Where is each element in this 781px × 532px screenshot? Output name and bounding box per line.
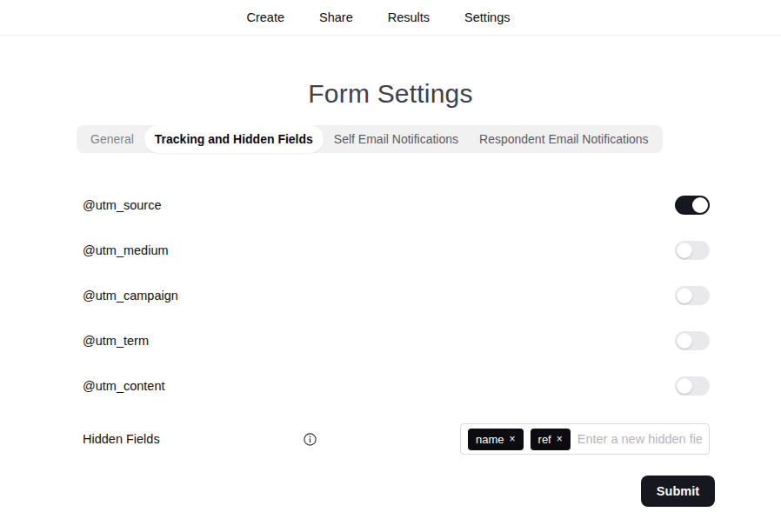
toggle-row-utm-medium: @utm_medium	[77, 228, 715, 273]
utm-term-toggle[interactable]	[675, 331, 710, 350]
tab-self-email-notifications[interactable]: Self Email Notifications	[324, 125, 469, 153]
toggle-knob	[677, 288, 692, 303]
utm-content-toggle[interactable]	[675, 376, 710, 396]
hidden-field-tag: name ×	[468, 429, 524, 450]
nav-item-create[interactable]: Create	[247, 10, 285, 24]
tracking-toggle-list: @utm_source @utm_medium @utm_campaign @u…	[77, 183, 715, 409]
tag-label: ref	[538, 433, 551, 446]
new-hidden-field-input[interactable]	[577, 432, 702, 446]
settings-content: General Tracking and Hidden Fields Self …	[77, 107, 715, 507]
utm-campaign-toggle[interactable]	[675, 286, 710, 305]
utm-source-label: @utm_source	[83, 198, 161, 212]
settings-tabbar: General Tracking and Hidden Fields Self …	[77, 125, 663, 153]
submit-button[interactable]: Submit	[641, 475, 715, 507]
toggle-knob	[692, 197, 708, 213]
tab-respondent-email-notifications[interactable]: Respondent Email Notifications	[469, 125, 659, 153]
remove-tag-icon[interactable]: ×	[557, 434, 563, 444]
toggle-knob	[677, 378, 692, 394]
remove-tag-icon[interactable]: ×	[510, 434, 516, 444]
info-circle-icon[interactable]	[304, 433, 317, 446]
toggle-knob	[677, 243, 692, 258]
utm-medium-toggle[interactable]	[675, 241, 710, 260]
top-navbar: Create Share Results Settings	[0, 0, 781, 36]
hidden-fields-tag-input[interactable]: name × ref ×	[460, 423, 710, 455]
toggle-row-utm-term: @utm_term	[77, 318, 715, 363]
utm-campaign-label: @utm_campaign	[83, 289, 178, 303]
tag-label: name	[476, 433, 504, 446]
tab-general[interactable]: General	[80, 125, 144, 153]
utm-medium-label: @utm_medium	[83, 243, 169, 257]
nav-item-share[interactable]: Share	[319, 10, 353, 24]
hidden-field-tag: ref ×	[531, 429, 571, 450]
utm-source-toggle[interactable]	[675, 196, 710, 215]
hidden-fields-row: Hidden Fields name × ref ×	[77, 423, 715, 455]
utm-content-label: @utm_content	[83, 379, 165, 393]
toggle-knob	[677, 333, 692, 349]
toggle-row-utm-content: @utm_content	[77, 363, 715, 409]
submit-row: Submit	[77, 475, 715, 507]
toggle-row-utm-source: @utm_source	[77, 183, 715, 228]
page-title: Form Settings	[0, 81, 781, 107]
nav-item-results[interactable]: Results	[388, 10, 430, 24]
utm-term-label: @utm_term	[83, 334, 149, 348]
hidden-fields-label: Hidden Fields	[83, 432, 304, 446]
toggle-row-utm-campaign: @utm_campaign	[77, 273, 715, 318]
nav-item-settings[interactable]: Settings	[464, 10, 510, 24]
tab-tracking-and-hidden-fields[interactable]: Tracking and Hidden Fields	[144, 125, 324, 153]
